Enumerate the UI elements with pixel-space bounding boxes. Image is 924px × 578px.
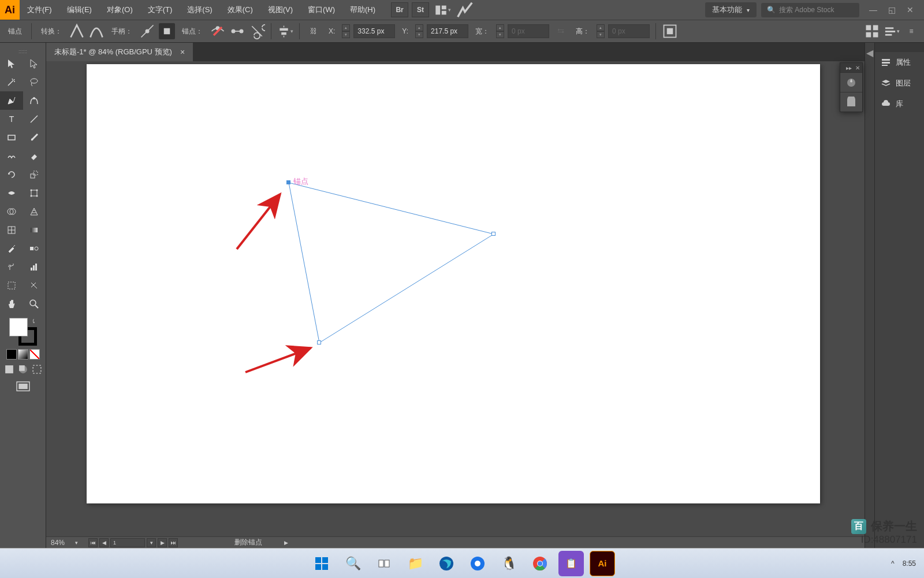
close-button[interactable]: ✕ bbox=[901, 3, 919, 17]
fill-swatch[interactable] bbox=[9, 318, 28, 336]
color-panel-icon[interactable] bbox=[840, 72, 862, 92]
y-spinner[interactable]: ▴▾ bbox=[415, 24, 423, 38]
minimize-button[interactable]: — bbox=[864, 3, 882, 17]
free-transform-tool[interactable] bbox=[23, 184, 46, 202]
close-icon[interactable]: ✕ bbox=[855, 65, 860, 71]
arrange-docs-icon[interactable]: ▾ bbox=[435, 2, 451, 18]
tab-close-icon[interactable]: × bbox=[180, 47, 185, 57]
cut-anchor-icon[interactable] bbox=[249, 23, 265, 39]
anchor-point-selected[interactable] bbox=[286, 180, 290, 184]
prev-artboard-button[interactable]: ◀ bbox=[99, 538, 109, 547]
illustrator-taskbar-icon[interactable]: Ai bbox=[590, 551, 615, 576]
tool-panel-handle[interactable]: :::::: bbox=[0, 49, 46, 54]
chevron-down-icon[interactable]: ▾ bbox=[75, 540, 78, 546]
floating-panel-header[interactable]: ▸▸✕ bbox=[840, 63, 862, 72]
panel-collapse-strip[interactable]: ◀ bbox=[865, 43, 875, 548]
convert-smooth-icon[interactable] bbox=[88, 23, 105, 39]
line-tool[interactable] bbox=[23, 110, 46, 128]
graph-tool[interactable] bbox=[23, 258, 46, 276]
remove-anchor-icon[interactable] bbox=[210, 23, 226, 39]
layers-panel-tab[interactable]: 图层 bbox=[875, 73, 924, 94]
lock-aspect-icon[interactable]: ⮀ bbox=[553, 23, 569, 39]
anchor-point[interactable] bbox=[491, 232, 495, 236]
selection-tool[interactable] bbox=[0, 54, 23, 73]
symbol-sprayer-tool[interactable] bbox=[0, 258, 23, 276]
lasso-tool[interactable] bbox=[23, 73, 46, 91]
artboard-dropdown-icon[interactable]: ▾ bbox=[147, 538, 156, 547]
last-artboard-button[interactable]: ⏭ bbox=[169, 538, 178, 547]
pen-tool[interactable] bbox=[0, 91, 23, 110]
draw-behind-icon[interactable] bbox=[17, 363, 29, 376]
artboard-number[interactable]: 1 bbox=[110, 538, 145, 547]
x-spinner[interactable]: ▴▾ bbox=[342, 24, 350, 38]
tray-chevron-icon[interactable]: ^ bbox=[891, 560, 895, 568]
link-icon[interactable]: ⛓ bbox=[305, 23, 322, 39]
artboard-tool[interactable] bbox=[0, 276, 23, 295]
start-button[interactable] bbox=[309, 551, 334, 576]
draw-normal-icon[interactable] bbox=[3, 363, 16, 376]
anchor-point[interactable] bbox=[317, 340, 321, 344]
draw-inside-icon[interactable] bbox=[31, 363, 43, 376]
status-dropdown-icon[interactable]: ▶ bbox=[284, 540, 288, 546]
libraries-panel-tab[interactable]: 库 bbox=[875, 94, 924, 114]
bridge-icon[interactable]: Br bbox=[391, 2, 408, 17]
menu-object[interactable]: 对象(O) bbox=[99, 0, 140, 20]
align-panel-icon[interactable]: ▾ bbox=[884, 23, 900, 39]
search-taskbar-icon[interactable]: 🔍 bbox=[340, 551, 366, 576]
isolate-icon[interactable] bbox=[662, 23, 678, 39]
menu-edit[interactable]: 编辑(E) bbox=[59, 0, 99, 20]
convert-corner-icon[interactable] bbox=[69, 23, 85, 39]
handle-show-icon[interactable] bbox=[139, 23, 155, 39]
rectangle-tool[interactable] bbox=[0, 128, 23, 147]
shaper-tool[interactable] bbox=[0, 147, 23, 165]
direct-selection-tool[interactable] bbox=[23, 54, 46, 73]
curvature-tool[interactable] bbox=[23, 91, 46, 110]
type-tool[interactable]: T bbox=[0, 110, 23, 128]
next-artboard-button[interactable]: ▶ bbox=[158, 538, 167, 547]
floating-panel[interactable]: ▸▸✕ bbox=[840, 62, 863, 112]
explorer-taskbar-icon[interactable]: 📁 bbox=[403, 551, 428, 576]
mesh-tool[interactable] bbox=[0, 221, 23, 239]
connect-anchor-icon[interactable] bbox=[229, 23, 245, 39]
paintbrush-tool[interactable] bbox=[23, 128, 46, 147]
menu-icon[interactable]: ≡ bbox=[903, 23, 919, 39]
menu-type[interactable]: 文字(T) bbox=[140, 0, 180, 20]
color-swatch[interactable] bbox=[6, 349, 17, 360]
perspective-tool[interactable] bbox=[23, 202, 46, 221]
chrome-taskbar-icon[interactable] bbox=[527, 551, 553, 576]
artboard[interactable]: 锚点 bbox=[87, 64, 820, 503]
menu-file[interactable]: 文件(F) bbox=[20, 0, 59, 20]
workspace-switcher[interactable]: 基本功能▾ bbox=[705, 2, 757, 17]
gpu-icon[interactable] bbox=[457, 2, 473, 18]
stock-icon[interactable]: St bbox=[412, 2, 429, 17]
menu-help[interactable]: 帮助(H) bbox=[342, 0, 383, 20]
width-tool[interactable] bbox=[0, 184, 23, 202]
eyedropper-tool[interactable] bbox=[0, 239, 23, 258]
document-tab[interactable]: 未标题-1* @ 84% (RGB/GPU 预览) × bbox=[46, 43, 193, 61]
h-spinner[interactable]: ▴▾ bbox=[597, 24, 605, 38]
menu-effect[interactable]: 效果(C) bbox=[220, 0, 260, 20]
gradient-tool[interactable] bbox=[23, 221, 46, 239]
magic-wand-tool[interactable] bbox=[0, 73, 23, 91]
eraser-tool[interactable] bbox=[23, 147, 46, 165]
h-input[interactable] bbox=[608, 24, 650, 38]
properties-panel-tab[interactable]: 属性 bbox=[875, 52, 924, 73]
hand-tool[interactable] bbox=[0, 295, 23, 313]
maximize-button[interactable]: ◱ bbox=[882, 3, 901, 17]
blend-tool[interactable] bbox=[23, 239, 46, 258]
zoom-tool[interactable] bbox=[23, 295, 46, 313]
browser-taskbar-icon[interactable] bbox=[465, 551, 490, 576]
first-artboard-button[interactable]: ⏮ bbox=[88, 538, 98, 547]
y-input[interactable] bbox=[427, 24, 468, 38]
rotate-tool[interactable] bbox=[0, 165, 23, 184]
slice-tool[interactable] bbox=[23, 276, 46, 295]
panel-handle[interactable] bbox=[875, 43, 924, 52]
handle-hide-icon[interactable] bbox=[159, 23, 175, 39]
collapse-icon[interactable]: ▸▸ bbox=[846, 65, 852, 71]
canvas[interactable]: 锚点 bbox=[46, 61, 865, 536]
swap-fill-stroke-icon[interactable]: ⤹ bbox=[31, 318, 36, 324]
search-stock[interactable]: 🔍搜索 Adobe Stock bbox=[761, 3, 859, 17]
transform-panel-icon[interactable] bbox=[864, 23, 880, 39]
menu-view[interactable]: 视图(V) bbox=[260, 0, 300, 20]
edge-taskbar-icon[interactable] bbox=[434, 551, 459, 576]
